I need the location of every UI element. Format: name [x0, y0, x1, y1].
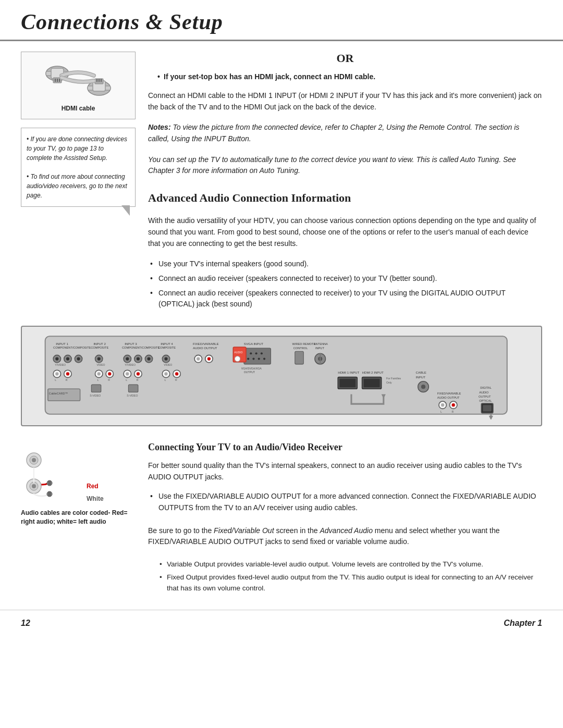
svg-rect-6: [59, 79, 60, 82]
svg-text:L: L: [97, 378, 99, 381]
svg-text:AUDIO OUTPUT: AUDIO OUTPUT: [193, 346, 217, 350]
svg-text:DIGITAL: DIGITAL: [480, 386, 492, 389]
advanced-audio-italic: Advanced Audio: [320, 526, 372, 535]
svg-text:COMPONENT/COMPOSITE: COMPONENT/COMPOSITE: [53, 346, 91, 349]
page-footer: 12 Chapter 1: [0, 610, 563, 634]
audio-caption: Audio cables are color coded- Red= right…: [21, 509, 136, 526]
para2-part2: screen in the: [274, 526, 320, 535]
svg-text:FIXED/VARIABLE: FIXED/VARIABLE: [193, 342, 219, 346]
svg-rect-58: [128, 385, 138, 392]
svg-text:CableCARD™: CableCARD™: [49, 392, 68, 395]
nested-bullets-list: Variable Output provides variable-level …: [158, 559, 542, 596]
chapter-label: Chapter 1: [504, 619, 542, 628]
bottom-section: Red White Audio cables are color coded- …: [0, 431, 563, 599]
audio-cables-icon: [21, 442, 83, 504]
svg-text:COMPONENT/COMPOSITE: COMPONENT/COMPOSITE: [122, 346, 160, 349]
svg-point-113: [421, 385, 425, 389]
svg-text:OUTPUT: OUTPUT: [244, 371, 255, 374]
audio-cable-img-area: Red White: [21, 442, 136, 504]
svg-point-25: [55, 372, 58, 375]
para2-part1: Be sure to go to the: [148, 526, 214, 535]
svg-text:INPUT 3: INPUT 3: [125, 342, 137, 346]
svg-text:R: R: [452, 410, 454, 413]
page-header: Connections & Setup: [0, 0, 563, 41]
svg-point-69: [175, 372, 178, 375]
svg-rect-12: [99, 79, 100, 82]
svg-rect-4: [55, 79, 56, 82]
svg-point-39: [108, 372, 111, 375]
svg-text:CABLE: CABLE: [416, 371, 426, 374]
svg-text:CONTROL: CONTROL: [293, 347, 308, 350]
svg-text:OPTICAL: OPTICAL: [479, 399, 492, 402]
notes-bold: Notes:: [148, 123, 171, 131]
svg-rect-41: [91, 385, 101, 392]
svg-text:L: L: [440, 410, 442, 413]
red-white-labels: Red White: [87, 483, 104, 504]
left-sidebar: HDMI cable • If you are done connecting …: [21, 52, 136, 317]
svg-text:R: R: [137, 378, 139, 381]
svg-point-78: [207, 357, 211, 360]
svg-text:WIRED REMOTE: WIRED REMOTE: [292, 342, 316, 346]
svg-point-50: [147, 357, 150, 360]
main-content-top: HDMI cable • If you are done connecting …: [0, 41, 563, 317]
tv-back-panel-svg: INPUT 1 COMPONENT/COMPOSITE Y/VIDEO L R …: [28, 331, 535, 419]
svg-text:S-VIDEO: S-VIDEO: [127, 394, 138, 397]
svg-point-83: [261, 352, 263, 354]
svg-rect-140: [48, 491, 51, 497]
audio-option-3: Connect an audio receiver (speakers conn…: [148, 288, 542, 310]
svg-text:INPUT 2: INPUT 2: [93, 342, 106, 346]
svg-text:VIDEO: VIDEO: [164, 363, 172, 366]
white-label: White: [87, 495, 104, 502]
audio-options-list: Use your TV's internal speakers (good so…: [148, 258, 542, 313]
svg-rect-71: [48, 389, 80, 401]
hdmi-cable-box: HDMI cable: [21, 52, 136, 119]
notes-text1: To view the picture from the connected d…: [148, 123, 519, 143]
svg-text:FIXED/VARIABLE: FIXED/VARIABLE: [437, 392, 461, 395]
svg-point-87: [263, 357, 265, 360]
nested-bullet-2: Fixed Output provides fixed-level audio …: [158, 572, 542, 594]
svg-text:R: R: [175, 378, 177, 381]
hdmi-cable-icon: [36, 59, 120, 101]
svg-point-22: [77, 357, 80, 360]
svg-text:L: L: [126, 378, 127, 381]
svg-text:R: R: [66, 378, 68, 381]
svg-text:AUDIO: AUDIO: [234, 351, 242, 354]
svg-rect-138: [33, 467, 34, 483]
svg-text:ANTENNA: ANTENNA: [314, 342, 328, 346]
svg-text:COMPOSITE: COMPOSITE: [158, 346, 176, 349]
svg-rect-103: [339, 379, 356, 387]
svg-text:SVGA INPUT: SVGA INPUT: [244, 342, 263, 346]
svg-marker-128: [489, 416, 493, 419]
svg-rect-134: [48, 480, 51, 486]
svg-point-76: [197, 357, 200, 360]
svg-rect-14: [45, 336, 507, 414]
svg-point-81: [250, 352, 252, 354]
audio-cable-sidebar: Red White Audio cables are color coded- …: [21, 442, 136, 599]
svg-text:INPUT 1: INPUT 1: [56, 342, 68, 346]
audio-option-2: Connect an audio receiver (speakers conn…: [148, 273, 542, 285]
advanced-audio-heading: Advanced Audio Connection Information: [148, 191, 542, 205]
svg-text:VGA/SVGA/XGA: VGA/SVGA/XGA: [241, 367, 262, 370]
svg-rect-11: [96, 79, 97, 82]
svg-point-28: [66, 372, 69, 375]
svg-text:VIDEO: VIDEO: [97, 363, 105, 366]
nested-bullet-1: Variable Output provides variable-level …: [158, 559, 542, 570]
fixed-variable-italic: Fixed/Variable Out: [214, 526, 274, 535]
svg-rect-13: [101, 79, 102, 82]
svg-text:INPUT: INPUT: [416, 375, 426, 379]
tv-panel-diagram: INPUT 1 COMPONENT/COMPOSITE Y/VIDEO L R …: [21, 326, 542, 426]
connecting-av-bullets: Use the FIXED/VARIABLE AUDIO OUTPUT for …: [148, 491, 542, 516]
svg-rect-95: [295, 351, 303, 364]
sidebar-note-text: • If you are done connecting devices to …: [27, 135, 127, 199]
svg-point-33: [97, 357, 101, 360]
svg-text:INPUT 4: INPUT 4: [161, 342, 173, 346]
right-bottom-content: Connecting Your TV to an Audio/Video Rec…: [148, 442, 542, 599]
tv-panel-area: INPUT 1 COMPONENT/COMPOSITE Y/VIDEO L R …: [0, 326, 563, 426]
svg-point-92: [235, 356, 240, 361]
svg-text:AUDIO: AUDIO: [479, 390, 489, 393]
svg-point-137: [32, 484, 36, 488]
svg-point-85: [252, 357, 254, 360]
svg-text:Y/VIDEO: Y/VIDEO: [125, 363, 136, 366]
advanced-audio-body: With the audio versatility of your HDTV,…: [148, 215, 542, 249]
av-bullet-1: Use the FIXED/VARIABLE AUDIO OUTPUT for …: [148, 491, 542, 513]
